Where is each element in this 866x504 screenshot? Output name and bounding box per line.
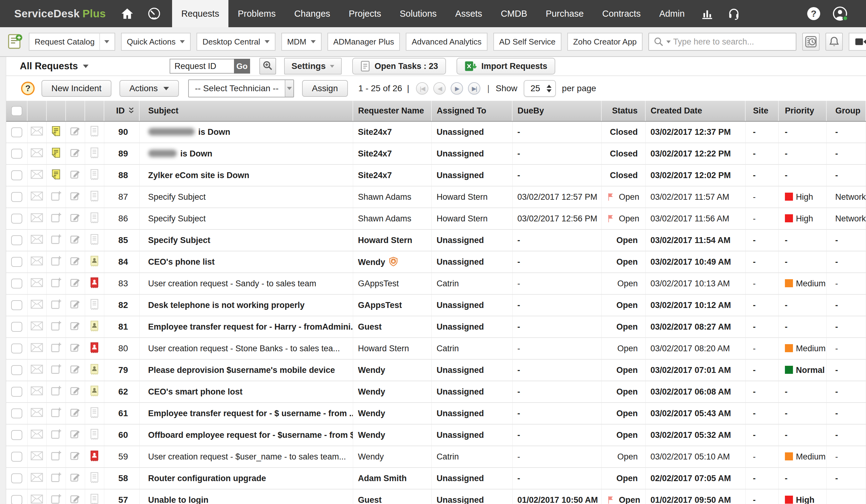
column-header-subject[interactable]: Subject bbox=[139, 101, 353, 121]
toolbar-button-desktop-central[interactable]: Desktop Central bbox=[197, 33, 275, 51]
edit-icon[interactable] bbox=[70, 342, 81, 353]
column-header-id[interactable]: ID bbox=[104, 101, 139, 121]
copy-new-icon[interactable] bbox=[51, 364, 62, 375]
note-icon[interactable] bbox=[51, 147, 62, 158]
mail-icon[interactable] bbox=[31, 321, 43, 331]
support-button[interactable] bbox=[721, 0, 747, 27]
row-checkbox[interactable] bbox=[11, 322, 22, 332]
subject-link[interactable]: CEO's phone list bbox=[148, 257, 215, 266]
tab-contracts[interactable]: Contracts bbox=[593, 0, 650, 27]
subject-link[interactable]: User creation request - Stone Banks - to… bbox=[148, 344, 340, 353]
row-checkbox[interactable] bbox=[11, 409, 22, 419]
column-header-site[interactable]: Site bbox=[745, 101, 778, 121]
search-scope-caret[interactable] bbox=[666, 41, 671, 43]
toolbar-button-request-catalog[interactable]: Request Catalog bbox=[29, 33, 115, 51]
first-page-button[interactable]: |◀ bbox=[416, 82, 428, 95]
subject-link[interactable]: is Down bbox=[198, 127, 231, 137]
notifications-button[interactable] bbox=[825, 33, 843, 51]
mail-icon[interactable] bbox=[31, 429, 43, 439]
worklog-icon[interactable] bbox=[89, 126, 99, 137]
edit-icon[interactable] bbox=[70, 493, 81, 504]
actions-button[interactable]: Actions bbox=[120, 80, 179, 97]
row-checkbox[interactable] bbox=[11, 257, 22, 267]
mail-icon[interactable] bbox=[31, 213, 43, 222]
copy-new-icon[interactable] bbox=[51, 450, 62, 461]
row-checkbox[interactable] bbox=[11, 344, 22, 353]
reports-button[interactable] bbox=[694, 0, 721, 27]
row-checkbox[interactable] bbox=[11, 495, 22, 504]
mail-icon[interactable] bbox=[31, 170, 43, 179]
row-checkbox[interactable] bbox=[11, 473, 22, 483]
view-selector[interactable]: All Requests bbox=[20, 61, 89, 72]
edit-icon[interactable] bbox=[70, 385, 81, 397]
row-checkbox[interactable] bbox=[11, 387, 22, 397]
approval-pending-icon[interactable] bbox=[89, 320, 99, 331]
copy-new-icon[interactable] bbox=[51, 407, 62, 418]
row-checkbox[interactable] bbox=[11, 430, 22, 440]
product-button[interactable]: Product O bbox=[849, 33, 866, 51]
tab-admin[interactable]: Admin bbox=[650, 0, 694, 27]
subject-link[interactable]: Employee transfer request for - Harry - … bbox=[148, 322, 353, 331]
subject-link[interactable]: Specify Subject bbox=[148, 236, 210, 245]
approval-denied-icon[interactable] bbox=[89, 277, 99, 288]
note-icon[interactable] bbox=[51, 126, 62, 137]
copy-new-icon[interactable] bbox=[51, 385, 62, 397]
edit-icon[interactable] bbox=[70, 364, 81, 375]
mail-icon[interactable] bbox=[31, 451, 43, 460]
table-row[interactable]: 59User creation request - $user_name - t… bbox=[6, 446, 866, 468]
edit-icon[interactable] bbox=[70, 320, 81, 331]
edit-icon[interactable] bbox=[70, 191, 81, 202]
toolbar-button-advanced-analytics[interactable]: Advanced Analytics bbox=[406, 33, 487, 51]
tab-cmdb[interactable]: CMDB bbox=[491, 0, 536, 27]
tab-assets[interactable]: Assets bbox=[446, 0, 491, 27]
approval-pending-icon[interactable] bbox=[89, 385, 99, 397]
copy-new-icon[interactable] bbox=[51, 472, 62, 483]
edit-icon[interactable] bbox=[70, 428, 81, 440]
worklog-icon[interactable] bbox=[89, 472, 99, 483]
column-header-dueby[interactable]: DueBy bbox=[512, 101, 601, 121]
table-row[interactable]: 89is DownSite24x7Unassigned-Closed03/02/… bbox=[6, 143, 866, 164]
worklog-icon[interactable] bbox=[89, 428, 99, 440]
row-checkbox[interactable] bbox=[11, 300, 22, 310]
mail-icon[interactable] bbox=[31, 256, 43, 266]
subject-link[interactable]: Specify Subject bbox=[148, 192, 206, 202]
copy-new-icon[interactable] bbox=[51, 255, 62, 266]
home-button[interactable] bbox=[114, 0, 141, 27]
global-search[interactable]: Type here to search... bbox=[648, 33, 796, 51]
page-size-stepper[interactable]: 25 bbox=[524, 80, 556, 97]
help-hint-icon[interactable]: ? bbox=[21, 82, 35, 95]
table-row[interactable]: 79Please deprovision $username's mobile … bbox=[6, 359, 866, 381]
edit-icon[interactable] bbox=[70, 472, 81, 483]
user-menu[interactable] bbox=[833, 6, 847, 21]
toolbar-button-admanager-plus[interactable]: ADManager Plus bbox=[327, 33, 400, 51]
subject-link[interactable]: Router configuration upgrade bbox=[148, 474, 266, 483]
toolbar-button-ad-self-service[interactable]: AD Self Service bbox=[493, 33, 562, 51]
technician-select[interactable]: -- Select Technician -- bbox=[188, 79, 294, 98]
help-button[interactable]: ? bbox=[807, 7, 820, 20]
column-header-status[interactable]: Status bbox=[601, 101, 645, 121]
edit-icon[interactable] bbox=[70, 407, 81, 418]
table-row[interactable]: 61Employee transfer request for - $ user… bbox=[6, 403, 866, 424]
column-header-requester-name[interactable]: Requester Name bbox=[353, 101, 431, 121]
mail-icon[interactable] bbox=[31, 343, 43, 352]
settings-button[interactable]: Settings bbox=[284, 58, 342, 75]
edit-icon[interactable] bbox=[70, 277, 81, 288]
mail-icon[interactable] bbox=[31, 300, 43, 309]
table-row[interactable]: 58Router configuration upgradeAdam Smith… bbox=[6, 468, 866, 489]
worklog-icon[interactable] bbox=[89, 234, 99, 245]
edit-icon[interactable] bbox=[70, 299, 81, 310]
tab-solutions[interactable]: Solutions bbox=[391, 0, 446, 27]
table-row[interactable]: 84CEO's phone listWendyUnassigned-Open03… bbox=[6, 251, 866, 273]
mail-icon[interactable] bbox=[31, 473, 43, 482]
mail-icon[interactable] bbox=[31, 278, 43, 287]
assign-button[interactable]: Assign bbox=[302, 80, 348, 97]
edit-icon[interactable] bbox=[70, 126, 81, 137]
go-button[interactable]: Go bbox=[234, 59, 250, 73]
table-row[interactable]: 60Offboard employee request for - $usern… bbox=[6, 424, 866, 446]
worklog-icon[interactable] bbox=[89, 493, 99, 504]
worklog-icon[interactable] bbox=[89, 407, 99, 418]
new-request-icon[interactable] bbox=[8, 33, 23, 50]
mail-icon[interactable] bbox=[31, 386, 43, 396]
collapsed-sidebar[interactable] bbox=[0, 57, 6, 504]
row-checkbox[interactable] bbox=[11, 170, 22, 180]
